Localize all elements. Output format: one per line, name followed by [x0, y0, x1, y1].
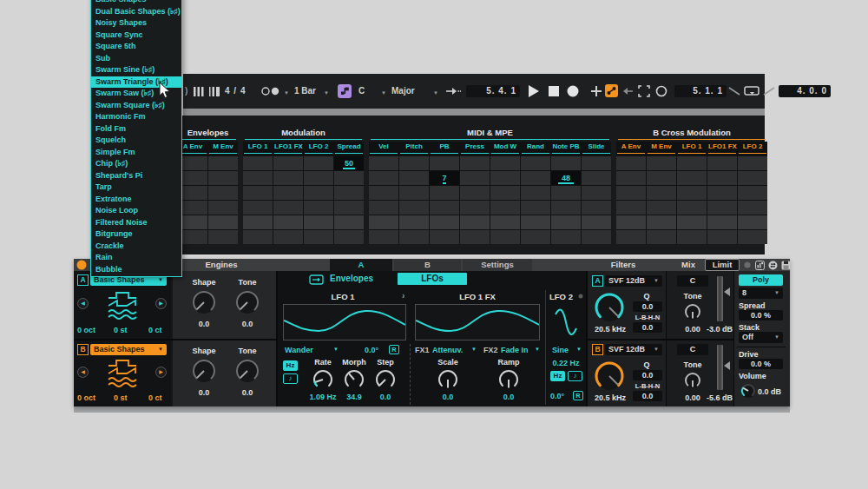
filter-b-morph-value[interactable]: 0.0 [633, 391, 662, 401]
rate-knob[interactable] [312, 368, 334, 391]
menu-item[interactable]: Swarm Sine (♭♯) [91, 64, 181, 76]
follow-icon[interactable] [445, 87, 461, 96]
scale-value[interactable]: 0.0 [429, 393, 467, 401]
matrix-cell[interactable] [707, 171, 737, 185]
menu-item[interactable]: Fold Fm [91, 123, 181, 135]
matrix-cell[interactable] [521, 230, 550, 244]
matrix-cell[interactable] [369, 230, 398, 244]
poly-button[interactable]: Poly [739, 274, 783, 286]
matrix-cell[interactable] [707, 186, 737, 200]
fx2-arrow[interactable]: ▼ [535, 347, 540, 352]
punch-out-icon[interactable] [763, 87, 775, 96]
menu-item[interactable]: Dual Basic Shapes (♭♯) [91, 6, 181, 18]
key-root[interactable]: C [358, 85, 365, 97]
matrix-cell[interactable] [430, 230, 459, 244]
matrix-cell[interactable] [460, 171, 490, 185]
matrix-cell[interactable] [273, 215, 303, 229]
engine-b-prev-button[interactable]: ◀ [77, 367, 89, 378]
play-button[interactable] [527, 84, 541, 98]
matrix-cell[interactable] [582, 201, 611, 215]
device-activator[interactable] [76, 260, 87, 270]
menu-item[interactable]: Squelch [91, 135, 181, 147]
matrix-cell[interactable] [582, 156, 611, 170]
matrix-cell[interactable] [243, 230, 273, 244]
mix-a-level-handle[interactable] [724, 287, 730, 296]
matrix-cell[interactable] [399, 186, 429, 200]
lfo1-mode-arrow[interactable]: ▼ [333, 347, 339, 352]
matrix-cell[interactable] [616, 201, 646, 215]
matrix-cell[interactable] [616, 215, 646, 229]
device-tab-a[interactable]: A [330, 259, 392, 271]
matrix-cell[interactable] [399, 156, 429, 170]
matrix-cell[interactable] [677, 201, 707, 215]
matrix-cell[interactable] [273, 186, 303, 200]
engine-a-prev-button[interactable]: ◀ [77, 298, 89, 309]
lfo2-shape-dropdown[interactable]: Sine [552, 346, 569, 354]
matrix-cell[interactable] [178, 186, 207, 200]
reenable-automation-icon[interactable] [622, 87, 634, 96]
matrix-cell[interactable] [738, 230, 767, 244]
matrix-cell[interactable] [521, 171, 550, 185]
loop-length[interactable]: 4. 0. 0 [779, 85, 831, 97]
matrix-cell[interactable] [304, 215, 333, 229]
matrix-cell[interactable] [369, 156, 398, 170]
filter-b-freq-value[interactable]: 20.5 kHz [589, 393, 631, 402]
scale-knob[interactable] [437, 368, 459, 391]
engine-a-next-button[interactable]: ▶ [155, 298, 167, 309]
voices-dropdown[interactable]: 8▼ [739, 287, 783, 299]
matrix-cell[interactable] [647, 230, 676, 244]
matrix-cell[interactable] [304, 201, 333, 215]
menu-item[interactable]: Sub [91, 53, 181, 65]
matrix-cell[interactable] [243, 201, 273, 215]
matrix-cell[interactable] [178, 171, 207, 185]
quantize-menu[interactable]: 1 Bar [294, 85, 316, 97]
matrix-cell[interactable] [208, 156, 238, 170]
matrix-cell[interactable] [208, 215, 238, 229]
engine-b-shape-value[interactable]: 0.0 [185, 388, 223, 397]
mix-a-center-button[interactable]: C [677, 275, 708, 287]
matrix-cell[interactable] [521, 186, 550, 200]
matrix-cell[interactable] [521, 201, 550, 215]
filter-a-q-value[interactable]: 0.0 [633, 301, 662, 312]
menu-item[interactable]: Chip (♭♯) [91, 158, 181, 170]
device-tab-settings[interactable]: Settings [463, 259, 532, 271]
matrix-cell[interactable] [738, 201, 767, 215]
engine-b-next-button[interactable]: ▶ [155, 367, 167, 378]
matrix-cell[interactable] [707, 201, 737, 215]
tap-button-partial[interactable]: ) [185, 85, 187, 97]
lfo2-rate[interactable]: 0.22 Hz [549, 359, 583, 367]
matrix-cell[interactable] [707, 230, 737, 244]
engine-a-shape-value[interactable]: 0.0 [185, 320, 223, 328]
record-button[interactable] [567, 85, 579, 97]
matrix-cell[interactable] [273, 156, 303, 170]
lfo2-phase[interactable]: 0.0° [550, 392, 564, 400]
arrangement-position[interactable]: 5. 4. 1 [466, 85, 520, 97]
matrix-cell[interactable] [490, 201, 520, 215]
matrix-cell[interactable]: 48 [551, 171, 581, 185]
spread-value[interactable]: 0.0 % [739, 310, 783, 320]
matrix-cell[interactable] [208, 230, 238, 244]
filter-a-freq-knob[interactable] [594, 292, 625, 323]
lfo2-note-sync-button[interactable]: ♪ [568, 371, 582, 381]
matrix-cell[interactable] [243, 215, 273, 229]
matrix-cell[interactable] [399, 201, 429, 215]
matrix-cell[interactable] [178, 230, 207, 244]
menu-item[interactable]: Noise Loop [91, 205, 181, 217]
step-value[interactable]: 0.0 [366, 393, 404, 401]
menu-item[interactable]: Harmonic Fm [91, 111, 181, 123]
matrix-cell[interactable] [677, 230, 707, 244]
matrix-cell[interactable] [178, 215, 207, 229]
morph-knob[interactable] [343, 368, 365, 391]
matrix-cell[interactable] [582, 215, 611, 229]
matrix-cell[interactable] [334, 215, 364, 229]
volume-value[interactable]: 0.0 dB [758, 387, 781, 396]
matrix-cell[interactable] [616, 171, 646, 185]
automation-arm-button[interactable] [605, 84, 618, 97]
matrix-cell[interactable] [521, 156, 550, 170]
metronome-dropdown-arrow[interactable]: ▼ [284, 87, 289, 99]
matrix-cell[interactable] [490, 230, 520, 244]
matrix-cell[interactable] [334, 171, 364, 185]
filter-a-freq-value[interactable]: 20.5 kHz [589, 325, 631, 334]
save-preset-icon[interactable] [781, 261, 791, 270]
filter-a-type-dropdown[interactable]: SVF 12dB▼ [605, 275, 662, 287]
